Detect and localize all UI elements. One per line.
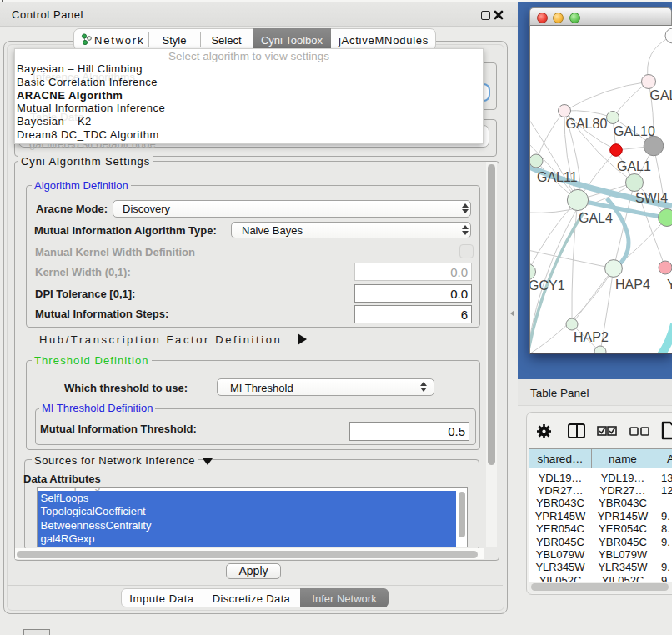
svg-text:GAL7: GAL7 (650, 88, 672, 102)
svg-text:GAL1: GAL1 (617, 159, 651, 173)
svg-text:HAP4: HAP4 (615, 278, 650, 292)
svg-text:GAL4: GAL4 (579, 211, 613, 225)
svg-text:YM: YM (667, 278, 672, 292)
svg-text:GAL80: GAL80 (566, 117, 608, 131)
svg-text:GAL11: GAL11 (537, 170, 578, 184)
svg-text:HAP2: HAP2 (574, 330, 609, 344)
svg-text:SWI4: SWI4 (635, 191, 668, 205)
svg-text:GAL10: GAL10 (614, 124, 655, 138)
svg-text:GCY1: GCY1 (530, 278, 565, 292)
